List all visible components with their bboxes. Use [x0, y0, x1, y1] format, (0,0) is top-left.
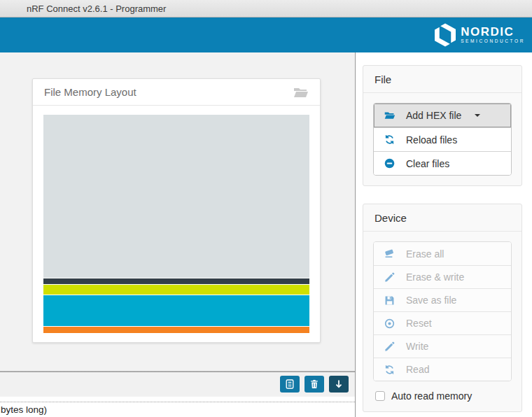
log-area[interactable]: bytes long) — [0, 397, 355, 417]
add-hex-file-button[interactable]: Add HEX file — [374, 104, 511, 127]
erase-write-button-label: Erase & write — [406, 271, 464, 283]
clear-files-button-label: Clear files — [406, 158, 449, 169]
read-button[interactable]: Read — [374, 358, 511, 381]
trash-icon — [309, 379, 320, 390]
log-entry: bytes long) — [0, 402, 355, 417]
eraser-icon — [383, 248, 396, 260]
auto-read-memory-checkbox[interactable]: Auto read memory — [373, 381, 512, 411]
file-button-group: Add HEX fileReload filesClear files — [373, 103, 512, 176]
device-panel: Device Erase allErase & writeSave as fil… — [363, 204, 522, 412]
nordic-n-logo-icon — [435, 23, 456, 47]
reload-files-button-label: Reload files — [406, 134, 457, 146]
pencil-icon — [383, 340, 396, 353]
memory-region-unfilled — [43, 115, 309, 278]
reset-button[interactable]: Reset — [374, 311, 511, 334]
log-file-icon — [284, 379, 295, 390]
auto-read-memory-label: Auto read memory — [391, 390, 472, 402]
clear-log-button[interactable] — [304, 376, 324, 393]
autoscroll-log-button[interactable] — [329, 376, 349, 393]
refresh-icon — [383, 134, 396, 146]
erase-all-button[interactable]: Erase all — [374, 242, 511, 265]
folder-open-icon — [383, 109, 396, 122]
window-title: nRF Connect v2.6.1 - Programmer — [27, 3, 166, 14]
file-panel-title: File — [363, 66, 522, 93]
checkbox-box-icon[interactable] — [375, 391, 385, 401]
reset-icon — [383, 317, 396, 330]
erase-all-button-label: Erase all — [406, 248, 444, 260]
brand-name: NORDIC — [461, 26, 525, 38]
arrow-down-icon — [333, 379, 344, 390]
log-toolbar — [0, 372, 355, 395]
save-as-file-button-label: Save as file — [406, 295, 456, 306]
nordic-logo: NORDIC SEMICONDUCTOR — [435, 23, 525, 47]
refresh-icon — [383, 363, 396, 376]
clear-files-button[interactable]: Clear files — [374, 151, 511, 175]
memory-region-orange — [43, 327, 309, 333]
pencil-icon — [383, 271, 396, 283]
save-as-file-button[interactable]: Save as file — [374, 288, 511, 311]
card-title: File Memory Layout — [44, 86, 136, 98]
device-button-group: Erase allErase & writeSave as fileResetW… — [373, 241, 512, 381]
folder-icon — [293, 86, 309, 99]
open-log-file-button[interactable] — [280, 376, 300, 393]
file-panel: File Add HEX fileReload filesClear files — [363, 65, 522, 186]
memory-region-cyan — [43, 295, 309, 326]
write-button-label: Write — [406, 341, 428, 352]
save-icon — [383, 294, 396, 306]
device-panel-title: Device — [363, 204, 522, 232]
app-header: NORDIC SEMICONDUCTOR — [0, 17, 532, 52]
sidebar: File Add HEX fileReload filesClear files… — [356, 52, 532, 417]
reset-button-label: Reset — [406, 318, 432, 329]
main-content: File Memory Layout bytes long) — [0, 52, 356, 417]
caret-down-icon — [475, 114, 480, 120]
read-button-label: Read — [406, 364, 429, 375]
reload-files-button[interactable]: Reload files — [374, 127, 511, 151]
window-titlebar: nRF Connect v2.6.1 - Programmer — [0, 0, 532, 17]
memory-region-dark-slate — [43, 278, 309, 284]
memory-layout-stack — [43, 115, 309, 333]
erase-write-button[interactable]: Erase & write — [374, 265, 511, 288]
memory-region-yellow-green — [43, 285, 309, 295]
write-button[interactable]: Write — [374, 334, 511, 358]
minus-circle-icon — [383, 157, 396, 170]
file-memory-layout-card: File Memory Layout — [32, 78, 321, 343]
add-hex-file-button-label: Add HEX file — [406, 110, 461, 121]
brand-subtitle: SEMICONDUCTOR — [461, 39, 525, 44]
